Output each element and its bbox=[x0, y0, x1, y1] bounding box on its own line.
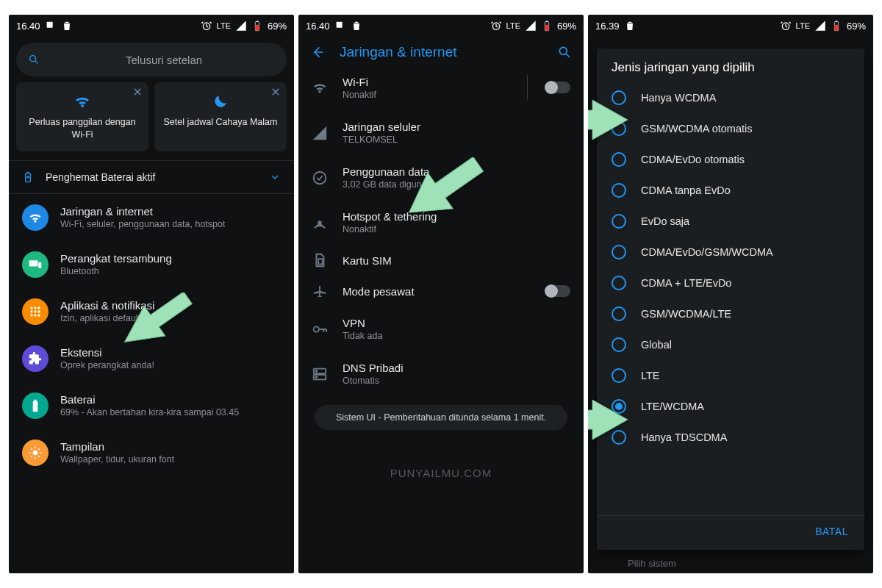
network-list: Wi-FiNonaktifJaringan selulerTELKOMSELPe… bbox=[298, 65, 584, 396]
setting-texts: Jaringan & internetWi-Fi, seluler, pengg… bbox=[60, 205, 225, 229]
chevron-down-icon bbox=[269, 171, 281, 183]
radio-label: Global bbox=[641, 339, 672, 351]
ext-icon bbox=[22, 345, 49, 372]
radio-option[interactable]: Global bbox=[597, 329, 864, 360]
battery-saver-icon bbox=[22, 171, 34, 183]
settings-list: Jaringan & internetWi-Fi, seluler, pengg… bbox=[9, 194, 294, 476]
radio-option[interactable]: LTE bbox=[597, 360, 864, 391]
status-network: LTE bbox=[506, 21, 520, 30]
radio-icon bbox=[612, 337, 626, 352]
notice-label: Penghemat Baterai aktif bbox=[46, 171, 257, 183]
svg-point-27 bbox=[559, 47, 567, 54]
radio-icon bbox=[612, 245, 626, 259]
radio-option[interactable]: EvDo saja bbox=[597, 206, 864, 237]
setting-subtitle: Wallpaper, tidur, ukuran font bbox=[60, 454, 174, 465]
net-title: Kartu SIM bbox=[343, 254, 570, 267]
signal-icon bbox=[814, 20, 826, 32]
net-title: Mode pesawat bbox=[343, 285, 531, 298]
radio-list: Hanya WCDMAGSM/WCDMA otomatisCDMA/EvDo o… bbox=[597, 82, 864, 515]
net-item-wifi[interactable]: Wi-FiNonaktif bbox=[298, 65, 584, 110]
cancel-button[interactable]: BATAL bbox=[815, 526, 848, 537]
setting-item-ext[interactable]: EkstensiOprek perangkat anda! bbox=[9, 335, 294, 382]
setting-item-devices[interactable]: Perangkat tersambungBluetooth bbox=[9, 241, 294, 288]
battery-icon bbox=[22, 392, 49, 419]
radio-option[interactable]: Hanya WCDMA bbox=[597, 82, 864, 113]
suggestion-night-light[interactable]: Setel jadwal Cahaya Malam bbox=[154, 82, 287, 151]
setting-subtitle: 69% - Akan bertahan kira-kira sampai 03.… bbox=[60, 407, 239, 417]
net-subtitle: Nonaktif bbox=[343, 90, 512, 100]
toast-text: Sistem UI - Pemberitahuan ditunda selama… bbox=[336, 412, 546, 423]
system-toast: Sistem UI - Pemberitahuan ditunda selama… bbox=[315, 405, 567, 430]
svg-point-16 bbox=[34, 314, 36, 316]
alarm-icon bbox=[490, 20, 502, 32]
net-item-plane[interactable]: Mode pesawat bbox=[298, 276, 584, 306]
divider bbox=[527, 75, 528, 100]
net-title: Penggunaan data bbox=[343, 165, 570, 178]
status-bar: 16.40 LTE 69% bbox=[298, 15, 584, 37]
radio-option[interactable]: GSM/WCDMA/LTE bbox=[597, 298, 864, 329]
suggestion-label: Setel jadwal Cahaya Malam bbox=[164, 116, 278, 129]
setting-item-battery[interactable]: Baterai69% - Akan bertahan kira-kira sam… bbox=[9, 382, 294, 429]
net-texts: VPNTidak ada bbox=[343, 317, 570, 341]
svg-point-17 bbox=[37, 314, 40, 316]
back-icon[interactable] bbox=[310, 45, 325, 60]
close-icon[interactable] bbox=[132, 87, 143, 97]
signal-icon bbox=[312, 125, 328, 141]
dialog-title: Jenis jaringan yang dipilih bbox=[597, 49, 864, 82]
svg-point-29 bbox=[318, 221, 321, 224]
radio-option[interactable]: GSM/WCDMA otomatis bbox=[597, 113, 864, 144]
net-item-hotspot[interactable]: Hotspot & tetheringNonaktif bbox=[298, 200, 584, 245]
setting-item-wifi[interactable]: Jaringan & internetWi-Fi, seluler, pengg… bbox=[9, 194, 294, 241]
radio-option[interactable]: CDMA/EvDo otomatis bbox=[597, 144, 864, 175]
status-bar: 16.39 LTE 69% bbox=[588, 15, 873, 37]
toggle-switch[interactable] bbox=[545, 285, 570, 297]
trash-icon bbox=[351, 20, 362, 32]
radio-option[interactable]: CDMA/EvDo/GSM/WCDMA bbox=[597, 237, 864, 268]
net-texts: DNS PribadiOtomatis bbox=[343, 362, 570, 386]
svg-point-31 bbox=[314, 326, 319, 331]
setting-texts: Baterai69% - Akan bertahan kira-kira sam… bbox=[60, 393, 239, 417]
net-texts: Jaringan selulerTELKOMSEL bbox=[343, 121, 570, 145]
net-item-dns[interactable]: DNS PribadiOtomatis bbox=[298, 351, 584, 396]
setting-item-apps[interactable]: Aplikasi & notifikasiIzin, aplikasi defa… bbox=[9, 288, 294, 335]
net-item-vpn[interactable]: VPNTidak ada bbox=[298, 306, 584, 351]
radio-option[interactable]: CDMA + LTE/EvDo bbox=[597, 268, 864, 298]
net-item-sim[interactable]: Kartu SIM bbox=[298, 245, 584, 276]
svg-point-34 bbox=[316, 370, 318, 371]
plane-icon bbox=[312, 283, 328, 299]
radio-label: Hanya WCDMA bbox=[641, 92, 716, 104]
suggestion-label: Perluas panggilan dengan Wi-Fi bbox=[24, 116, 141, 141]
svg-point-20 bbox=[33, 450, 38, 455]
svg-rect-25 bbox=[545, 25, 548, 31]
wifi-icon bbox=[22, 204, 49, 231]
battery-saver-notice[interactable]: Penghemat Baterai aktif bbox=[9, 161, 294, 193]
svg-rect-30 bbox=[318, 259, 323, 264]
phone-screen-network-type-dialog: 16.39 LTE 69% Pilih sistem Jenis jaringa… bbox=[588, 15, 873, 573]
status-battery: 69% bbox=[557, 21, 576, 32]
radio-option[interactable]: LTE/WCDMA bbox=[597, 391, 864, 422]
phone-screen-network-internet: 16.40 LTE 69% Jaringan & internet Wi-FiN… bbox=[298, 15, 584, 573]
radio-option[interactable]: CDMA tanpa EvDo bbox=[597, 175, 864, 206]
net-item-signal[interactable]: Jaringan selulerTELKOMSEL bbox=[298, 110, 584, 155]
radio-option[interactable]: Hanya TDSCDMA bbox=[597, 422, 864, 453]
toggle-switch[interactable] bbox=[545, 82, 570, 93]
search-icon[interactable] bbox=[557, 45, 572, 60]
alarm-icon bbox=[780, 20, 792, 32]
setting-subtitle: Oprek perangkat anda! bbox=[60, 360, 154, 370]
wifi-icon bbox=[312, 79, 328, 96]
screen-header: Jaringan & internet bbox=[298, 37, 584, 65]
svg-rect-40 bbox=[836, 21, 838, 21]
close-icon[interactable] bbox=[270, 87, 281, 97]
radio-icon bbox=[612, 276, 626, 290]
net-title: DNS Pribadi bbox=[343, 362, 570, 374]
suggestion-wifi-calling[interactable]: Perluas panggilan dengan Wi-Fi bbox=[16, 82, 148, 151]
net-texts: Mode pesawat bbox=[343, 285, 531, 298]
network-type-dialog: Jenis jaringan yang dipilih Hanya WCDMAG… bbox=[597, 49, 864, 550]
dialog-footer: BATAL bbox=[597, 515, 864, 547]
svg-point-14 bbox=[37, 310, 40, 312]
search-settings[interactable]: Telusuri setelan bbox=[16, 43, 287, 76]
net-texts: Wi-FiNonaktif bbox=[343, 76, 512, 100]
net-texts: Hotspot & tetheringNonaktif bbox=[343, 210, 570, 234]
net-item-data[interactable]: Penggunaan data3,02 GB data digunakan bbox=[298, 155, 584, 200]
setting-item-display[interactable]: TampilanWallpaper, tidur, ukuran font bbox=[9, 429, 294, 476]
